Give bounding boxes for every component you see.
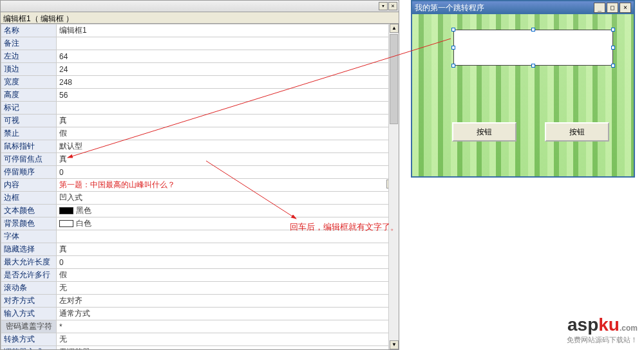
property-value[interactable] (57, 102, 399, 115)
property-row[interactable]: 左边64 (1, 50, 399, 63)
property-value[interactable]: 无调节器 (57, 346, 399, 350)
property-value[interactable]: 假 (57, 127, 399, 140)
vertical-scrollbar[interactable]: ▲ ▼ (388, 24, 399, 349)
property-row[interactable]: 备注 (1, 37, 399, 50)
property-label: 可视 (1, 115, 57, 127)
property-label: 是否允许多行 (1, 269, 57, 282)
property-row[interactable]: 顶边24 (1, 63, 399, 76)
property-label: 调节器方式 (1, 346, 57, 350)
property-label: 背景颜色 (1, 217, 57, 230)
property-value[interactable]: 默认型 (57, 140, 399, 153)
property-row[interactable]: 宽度248 (1, 76, 399, 89)
color-swatch (59, 220, 73, 227)
property-value[interactable]: * (57, 320, 399, 333)
preview-button-1[interactable]: 按钮 (452, 122, 516, 142)
property-grid[interactable]: 名称编辑框1备注左边64顶边24宽度248高度56标记可视真禁止假鼠标指针默认型… (1, 24, 399, 349)
panel-close-button[interactable]: × (388, 2, 397, 10)
property-row[interactable]: 文本颜色黑色 (1, 205, 399, 217)
property-value[interactable]: 无 (57, 282, 399, 295)
property-label: 备注 (1, 37, 57, 50)
resize-handle[interactable] (531, 28, 535, 32)
editbox-preview[interactable] (453, 30, 613, 66)
property-value[interactable]: 0 (57, 256, 399, 269)
property-value[interactable]: 无 (57, 333, 399, 346)
watermark: aspku.com 免费网站源码下载站！ (567, 315, 638, 345)
property-value[interactable]: 通常方式 (57, 308, 399, 320)
property-value[interactable]: 凹入式 (57, 192, 399, 205)
property-label: 文本颜色 (1, 205, 57, 217)
property-row[interactable]: 高度56 (1, 89, 399, 102)
property-value[interactable] (57, 37, 399, 50)
property-row[interactable]: 输入方式通常方式 (1, 308, 399, 320)
property-value[interactable]: 第一题：中国最高的山峰叫什么？... (57, 179, 399, 192)
property-label: 高度 (1, 89, 57, 102)
preview-title: 我的第一个跳转程序 (415, 3, 484, 14)
property-label: 标记 (1, 102, 57, 115)
property-value[interactable]: 真 (57, 153, 399, 166)
property-label: 最大允许长度 (1, 256, 57, 269)
property-row[interactable]: 对齐方式左对齐 (1, 295, 399, 308)
property-value[interactable]: 编辑框1 (57, 24, 399, 37)
property-value[interactable]: 假 (57, 269, 399, 282)
property-row[interactable]: 边框凹入式 (1, 192, 399, 205)
property-label: 密码遮盖字符 (1, 320, 57, 333)
property-row[interactable]: 可停留焦点真 (1, 153, 399, 166)
resize-handle[interactable] (531, 64, 535, 68)
preview-client-area[interactable]: 按钮 按钮 (412, 14, 634, 176)
property-row[interactable]: 转换方式无 (1, 333, 399, 346)
scroll-up-arrow[interactable]: ▲ (390, 24, 399, 33)
property-label: 顶边 (1, 63, 57, 76)
property-row[interactable]: 停留顺序0 (1, 166, 399, 179)
property-row[interactable]: 密码遮盖字符* (1, 320, 399, 333)
property-value[interactable]: 左对齐 (57, 295, 399, 308)
resize-handle[interactable] (451, 64, 455, 68)
property-label: 转换方式 (1, 333, 57, 346)
property-label: 宽度 (1, 76, 57, 89)
property-label: 可停留焦点 (1, 153, 57, 166)
scroll-down-arrow[interactable]: ▼ (390, 340, 399, 349)
resize-handle[interactable] (611, 46, 615, 50)
property-row[interactable]: 名称编辑框1 (1, 24, 399, 37)
property-row[interactable]: 调节器方式无调节器 (1, 346, 399, 350)
property-value[interactable]: 0 (57, 166, 399, 179)
annotation-text: 回车后，编辑框就有文字了。 (290, 221, 399, 233)
resize-handle[interactable] (451, 28, 455, 32)
property-label: 左边 (1, 50, 57, 63)
resize-handle[interactable] (451, 46, 455, 50)
preview-button-2[interactable]: 按钮 (545, 122, 609, 142)
property-row[interactable]: 鼠标指针默认型 (1, 140, 399, 153)
property-row[interactable]: 隐藏选择真 (1, 243, 399, 256)
color-swatch (59, 207, 73, 214)
scroll-thumb[interactable] (390, 34, 398, 124)
property-row[interactable]: 内容第一题：中国最高的山峰叫什么？... (1, 179, 399, 192)
property-label: 停留顺序 (1, 166, 57, 179)
property-row[interactable]: 最大允许长度0 (1, 256, 399, 269)
minimize-button[interactable]: _ (594, 3, 605, 13)
property-value[interactable]: 24 (57, 63, 399, 76)
property-row[interactable]: 可视真 (1, 115, 399, 127)
close-button[interactable]: × (620, 3, 631, 13)
preview-window: 我的第一个跳转程序 _ □ × 按钮 按钮 (411, 0, 635, 178)
property-row[interactable]: 滚动条无 (1, 282, 399, 295)
property-label: 字体 (1, 230, 57, 243)
property-row[interactable]: 标记 (1, 102, 399, 115)
maximize-button[interactable]: □ (607, 3, 618, 13)
property-row[interactable]: 禁止假 (1, 127, 399, 140)
property-value[interactable]: 64 (57, 50, 399, 63)
property-panel: ▾ × 编辑框1（ 编辑框 ） 名称编辑框1备注左边64顶边24宽度248高度5… (0, 0, 399, 350)
property-label: 滚动条 (1, 282, 57, 295)
property-value[interactable]: 真 (57, 243, 399, 256)
preview-titlebar[interactable]: 我的第一个跳转程序 _ □ × (412, 1, 634, 14)
property-label: 内容 (1, 179, 57, 192)
property-value[interactable]: 248 (57, 76, 399, 89)
property-value[interactable]: 黑色 (57, 205, 399, 217)
property-label: 名称 (1, 24, 57, 37)
resize-handle[interactable] (611, 64, 615, 68)
property-value[interactable]: 56 (57, 89, 399, 102)
property-value[interactable]: 真 (57, 115, 399, 127)
panel-pin-button[interactable]: ▾ (379, 2, 388, 10)
resize-handle[interactable] (611, 28, 615, 32)
property-row[interactable]: 是否允许多行假 (1, 269, 399, 282)
property-label: 输入方式 (1, 308, 57, 320)
property-label: 对齐方式 (1, 295, 57, 308)
